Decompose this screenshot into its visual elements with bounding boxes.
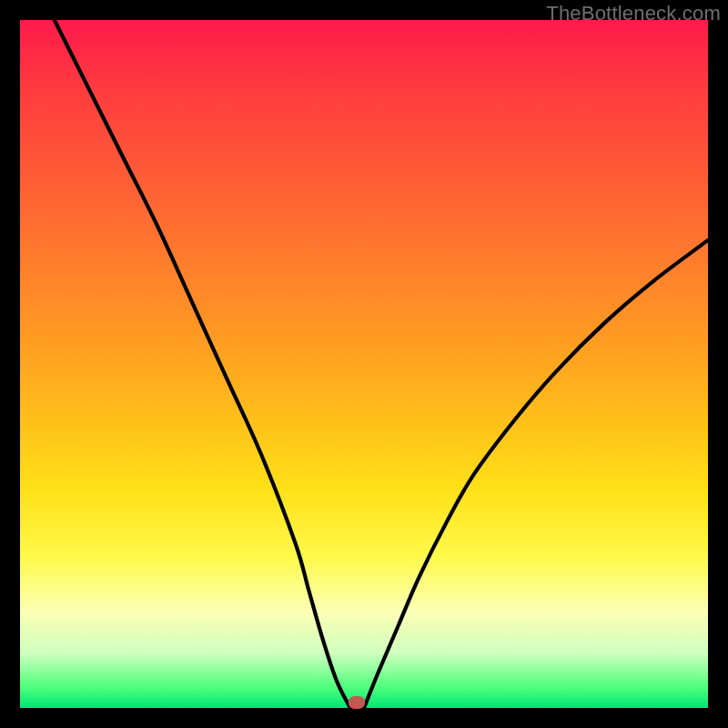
minimum-marker xyxy=(349,696,365,709)
bottleneck-curve xyxy=(20,20,708,708)
chart-frame: TheBottleneck.com xyxy=(0,0,728,728)
plot-area xyxy=(20,20,708,708)
